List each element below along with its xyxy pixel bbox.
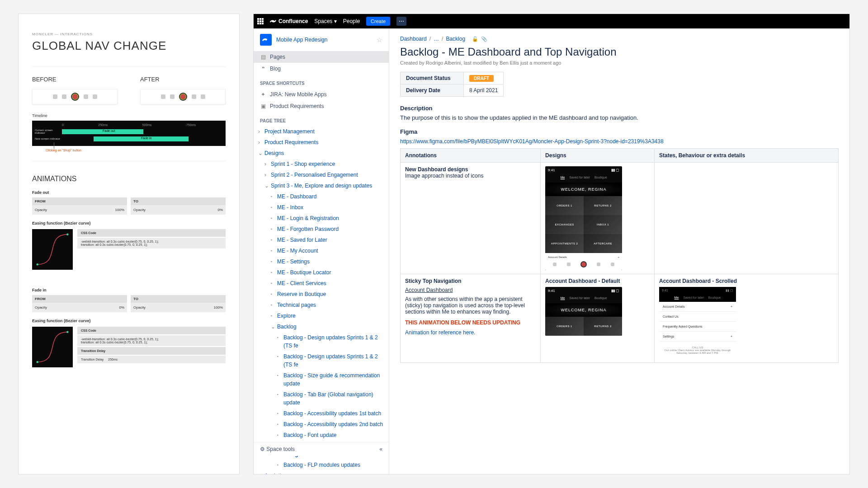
design-mock-scrolled: 9:41▮▮ ▢ MeSaved for laterBoutique Accou… [659, 287, 736, 359]
tree-item[interactable]: Product Requirements [256, 137, 386, 148]
kicker: MONCLER — INTERACTIONS [32, 32, 226, 36]
tree-item[interactable]: Backlog - Font update [275, 430, 386, 441]
sidebar-blog[interactable]: ❝Blog [254, 63, 389, 75]
design-mock-default: 9:41▮▮ ▢ MeSaved for laterBoutique WELCO… [545, 287, 622, 336]
doc-icon: ▣ [260, 103, 266, 109]
tree-item[interactable]: Technical pages [269, 300, 386, 310]
tree-item[interactable]: ME - Client Services [269, 278, 386, 289]
spec-document-panel: MONCLER — INTERACTIONS GLOBAL NAV CHANGE… [18, 14, 240, 474]
sidebar: Mobile App Redesign ☆ ▤Pages ❝Blog SPACE… [254, 28, 389, 474]
pages-icon: ▤ [260, 54, 266, 60]
svg-point-3 [66, 331, 68, 333]
tree-item-analytics[interactable]: Analytics [256, 470, 386, 474]
tree-item[interactable]: ME - My Account [269, 245, 386, 256]
space-name[interactable]: Mobile App Redesign [276, 37, 327, 43]
top-nav: Confluence Spaces ▾ People Create ⋯ [254, 14, 849, 28]
figma-link[interactable]: https://www.figma.com/file/bPByMBEl0SlpI… [400, 138, 664, 145]
blog-icon: ❝ [260, 66, 266, 72]
tree-item[interactable]: ME - Inbox [269, 202, 386, 213]
page-tree: Project Management Product Requirements … [254, 126, 389, 474]
tree-item-backlog[interactable]: Backlog [269, 321, 386, 332]
tree-item-designs[interactable]: Designs [256, 148, 386, 159]
tree-item[interactable]: Backlog - Size guide & recommendation up… [275, 370, 386, 389]
doc-title: GLOBAL NAV CHANGE [32, 39, 226, 53]
design-mock-dashboard: 9:41▮▮ ▢ MeSaved for laterBoutique WELCO… [545, 166, 622, 270]
tree-item[interactable]: ME - Dashboard [269, 191, 386, 202]
click-caption: Clicking on "Shop" button [32, 149, 226, 152]
confluence-window: Confluence Spaces ▾ People Create ⋯ Mobi… [253, 14, 850, 474]
bezier-graph-2 [32, 327, 73, 367]
bezier-graph [32, 229, 73, 270]
more-menu-icon[interactable]: ⋯ [396, 17, 406, 26]
tree-item[interactable]: Backlog - Accessibility updates 1st batc… [275, 408, 386, 419]
sidebar-pages[interactable]: ▤Pages [254, 51, 389, 63]
page-title: Backlog - ME Dashboard and Top Navigatio… [400, 46, 839, 58]
tree-item[interactable]: Backlog - Accessibility updates 2nd batc… [275, 419, 386, 430]
tree-item[interactable]: Project Management [256, 126, 386, 137]
tree-item[interactable]: Backlog - FLP modules updates [275, 460, 386, 470]
space-tools[interactable]: ⚙ Space tools [260, 446, 295, 452]
shortcut-prodreq[interactable]: ▣Product Requirements [254, 100, 389, 112]
metadata-table: Document StatusDRAFT Delivery Date8 Apri… [400, 72, 504, 97]
tree-item-sprint3[interactable]: Sprint 3 - Me, Explore and design update… [263, 180, 386, 191]
tree-item[interactable]: Backlog - Design updates Sprints 1 & 2 (… [275, 351, 386, 370]
jira-icon: ✦ [260, 91, 266, 98]
design-table: AnnotationsDesignsStates, Behaviour or e… [400, 148, 839, 363]
before-label: BEFORE [32, 76, 118, 83]
chevron-down-icon: ▾ [334, 18, 337, 24]
animation-ref-link[interactable]: Animation for reference here. [405, 329, 536, 336]
after-mock [140, 89, 226, 104]
tree-item[interactable]: ME - Boutique Locator [269, 267, 386, 278]
svg-point-2 [36, 361, 38, 363]
svg-point-0 [36, 263, 38, 265]
status-badge: DRAFT [469, 75, 494, 82]
tree-item[interactable]: Reserve in Boutique [269, 289, 386, 300]
svg-point-1 [66, 233, 68, 235]
attachments-icon[interactable]: 📎 [481, 36, 487, 42]
app-switcher-icon[interactable] [257, 18, 264, 24]
timeline-label: Timeline [32, 113, 226, 118]
create-button[interactable]: Create [366, 17, 390, 26]
animations-heading: ANIMATIONS [32, 175, 226, 183]
breadcrumb-link[interactable]: … [434, 36, 439, 42]
tree-item[interactable]: Sprint 2 - Personalised Engagement [263, 169, 386, 180]
tree-item[interactable]: ME - Saved for Later [269, 235, 386, 245]
tree-item[interactable]: ME - Settings [269, 256, 386, 267]
tree-item[interactable]: Backlog - Tab Bar (Global navigation) up… [275, 389, 386, 408]
tree-item[interactable]: Sprint 1 - Shop experience [263, 159, 386, 169]
page-meta: Created by Rodrigo Alberini, last modifi… [400, 60, 839, 66]
confluence-logo[interactable]: Confluence [270, 18, 308, 24]
people-menu[interactable]: People [343, 18, 360, 24]
collapse-sidebar-icon[interactable]: « [379, 446, 382, 452]
breadcrumb-link[interactable]: Backlog [446, 36, 465, 42]
tree-item[interactable]: ME - Forgotten Password [269, 224, 386, 235]
timeline: 0250ms500ms750ms Current screen indicato… [32, 121, 226, 146]
after-label: AFTER [140, 76, 226, 83]
spaces-menu[interactable]: Spaces ▾ [314, 18, 336, 24]
tree-item[interactable]: ME - Login & Registration [269, 213, 386, 224]
space-logo[interactable] [260, 34, 272, 46]
before-mock [32, 89, 118, 104]
page-content: Dashboard/ …/ Backlog 🔓 📎 Backlog - ME D… [389, 28, 849, 474]
breadcrumb: Dashboard/ …/ Backlog 🔓 📎 [400, 36, 839, 42]
shortcut-jira[interactable]: ✦JIRA: New Mobile Apps [254, 89, 389, 100]
restrictions-icon[interactable]: 🔓 [472, 36, 478, 42]
breadcrumb-link[interactable]: Dashboard [400, 36, 427, 42]
tree-item[interactable]: Backlog - Design updates Sprints 1 & 2 (… [275, 332, 386, 351]
star-icon[interactable]: ☆ [377, 36, 382, 43]
tree-item[interactable]: Explore [269, 310, 386, 321]
